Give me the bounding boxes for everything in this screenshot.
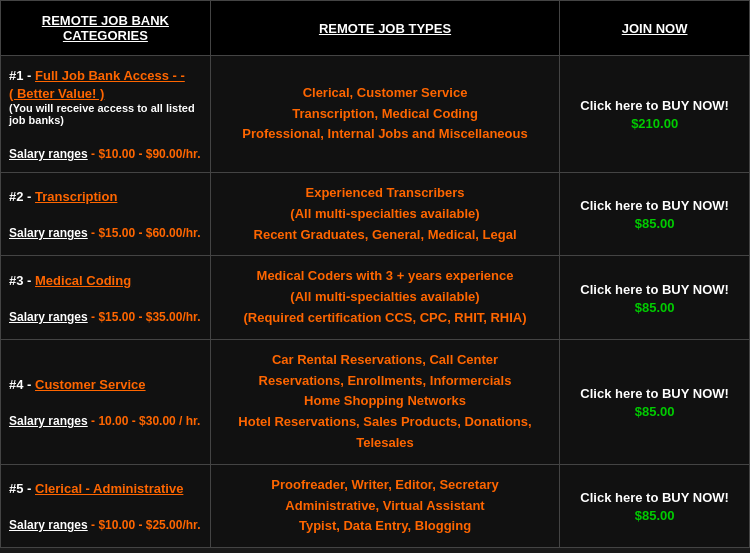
types-cell-2: Experienced Transcribers(All multi-speci… [210, 173, 559, 256]
join-cell-1[interactable]: Click here to BUY NOW! $210.00 [560, 56, 750, 173]
join-button-3[interactable]: Click here to BUY NOW! $85.00 [568, 280, 741, 316]
category-number-4: #4 - Customer Service [9, 375, 202, 393]
join-cell-3[interactable]: Click here to BUY NOW! $85.00 [560, 256, 750, 339]
category-number-3: #3 - Medical Coding [9, 271, 202, 289]
salary-range-1: Salary ranges - $10.00 - $90.00/hr. [9, 144, 202, 162]
join-cell-2[interactable]: Click here to BUY NOW! $85.00 [560, 173, 750, 256]
types-cell-3: Medical Coders with 3 + years experience… [210, 256, 559, 339]
category-number-1: #1 - Full Job Bank Access - - ( Better V… [9, 66, 202, 102]
types-cell-5: Proofreader, Writer, Editor, SecretaryAd… [210, 464, 559, 547]
category-number-2: #2 - Transcription [9, 187, 202, 205]
salary-range-4: Salary ranges - 10.00 - $30.00 / hr. [9, 411, 202, 429]
join-cell-5[interactable]: Click here to BUY NOW! $85.00 [560, 464, 750, 547]
join-button-5[interactable]: Click here to BUY NOW! $85.00 [568, 488, 741, 524]
join-button-2[interactable]: Click here to BUY NOW! $85.00 [568, 196, 741, 232]
salary-range-5: Salary ranges - $10.00 - $25.00/hr. [9, 515, 202, 533]
category-cell-1: #1 - Full Job Bank Access - - ( Better V… [1, 56, 211, 173]
join-button-1[interactable]: Click here to BUY NOW! $210.00 [568, 96, 741, 132]
header-types: REMOTE JOB TYPES [210, 1, 559, 56]
header-join: JOIN NOW [560, 1, 750, 56]
join-cell-4[interactable]: Click here to BUY NOW! $85.00 [560, 339, 750, 464]
category-cell-4: #4 - Customer ServiceSalary ranges - 10.… [1, 339, 211, 464]
category-cell-5: #5 - Clerical - AdministrativeSalary ran… [1, 464, 211, 547]
salary-range-2: Salary ranges - $15.00 - $60.00/hr. [9, 223, 202, 241]
join-button-4[interactable]: Click here to BUY NOW! $85.00 [568, 384, 741, 420]
types-cell-1: Clerical, Customer ServiceTranscription,… [210, 56, 559, 173]
header-categories: REMOTE JOB BANK CATEGORIES [1, 1, 211, 56]
category-cell-2: #2 - TranscriptionSalary ranges - $15.00… [1, 173, 211, 256]
types-cell-4: Car Rental Reservations, Call CenterRese… [210, 339, 559, 464]
salary-range-3: Salary ranges - $15.00 - $35.00/hr. [9, 307, 202, 325]
category-note-1: (You will receive access to all listed j… [9, 102, 202, 126]
category-cell-3: #3 - Medical CodingSalary ranges - $15.0… [1, 256, 211, 339]
category-number-5: #5 - Clerical - Administrative [9, 479, 202, 497]
